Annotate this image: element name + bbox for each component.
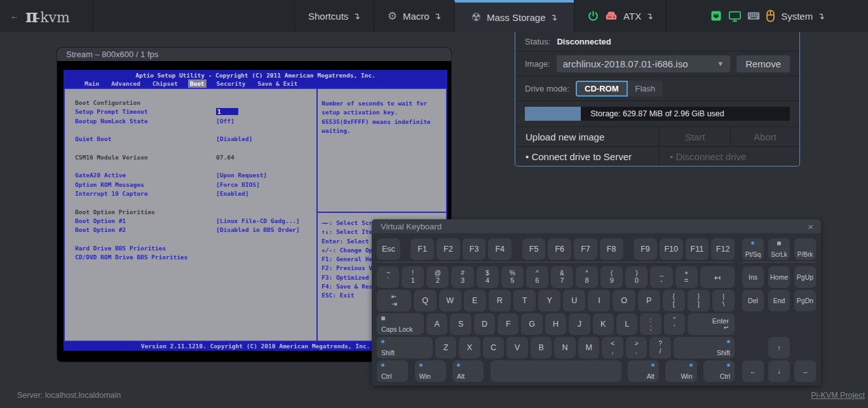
key-f3[interactable]: F3 [463,238,486,260]
nav-item-macro[interactable]: ⚙ Macro ↴ [374,0,454,32]
key-1[interactable]: !1 [402,266,424,288]
key-a[interactable]: A [426,313,447,335]
key-n[interactable]: N [554,337,576,358]
key-bracket-open[interactable]: {[ [663,290,685,311]
key-z[interactable]: Z [435,337,457,358]
upload-new-image-button[interactable]: Upload new image [515,127,659,146]
key-period[interactable]: >. [626,337,648,358]
key-f4[interactable]: F4 [488,238,512,260]
key-f9[interactable]: F9 [634,238,657,260]
key-5[interactable]: %5 [501,266,524,288]
key-y[interactable]: Y [538,290,560,311]
key-f5[interactable]: F5 [522,238,546,260]
mode-cdrom-button[interactable]: CD-ROM [576,81,627,97]
mode-flash-button[interactable]: Flash [628,81,663,97]
key-4[interactable]: $4 [477,266,499,288]
key-backslash[interactable]: |\ [712,290,735,311]
key-print-screen[interactable]: Pt/Sq [742,238,764,260]
key-insert[interactable]: Ins [742,266,764,288]
key-slash[interactable]: ?/ [649,337,671,358]
key-quote[interactable]: "' [664,313,685,335]
connect-drive-button[interactable]: • Connect drive to Server [515,147,659,166]
key-enter[interactable]: Enter↵ [688,313,735,335]
key-p[interactable]: P [638,290,660,311]
key-backquote[interactable]: ~` [377,266,399,288]
key-f10[interactable]: F10 [660,238,683,260]
key-comma[interactable]: <, [602,337,623,358]
disconnect-drive-button[interactable]: • Disconnect drive [659,147,799,166]
key-v[interactable]: V [506,337,528,358]
key-6[interactable]: ^6 [526,266,548,288]
key-shift-right[interactable]: Shift [674,337,735,358]
key-r[interactable]: R [489,290,511,311]
key-e[interactable]: E [464,290,486,311]
key-page-down[interactable]: PgDn [794,290,816,311]
key-alt-right[interactable]: Alt [628,360,659,382]
key-win-left[interactable]: Win [415,360,446,382]
key-arrow-down[interactable]: ↓ [768,360,790,382]
pikvm-project-link[interactable]: Pi-KVM Project [811,391,865,400]
key-pause-break[interactable]: P/Brk [794,238,816,260]
key-f12[interactable]: F12 [711,238,735,260]
key-8[interactable]: *8 [576,266,598,288]
key-esc[interactable]: Esc [377,238,400,260]
key-bracket-close[interactable]: }] [688,290,710,311]
image-select[interactable]: archlinux-2018.07.01-i686.iso ▼ [557,55,730,72]
key-win-right[interactable]: Win [665,360,696,382]
key-u[interactable]: U [563,290,585,311]
key-k[interactable]: K [593,313,614,335]
nav-item-mass-storage[interactable]: ☢ Mass Storage ↴ [454,0,574,32]
key-semicolon[interactable]: :; [640,313,661,335]
nav-item-shortcuts[interactable]: Shortcuts ↴ [294,0,374,32]
key-3[interactable]: #3 [451,266,473,288]
key-g[interactable]: G [521,313,542,335]
key-w[interactable]: W [439,290,461,311]
remove-button[interactable]: Remove [736,55,790,72]
key-alt-left[interactable]: Alt [452,360,484,382]
key-tab[interactable]: ⇤⇥ [377,290,411,311]
key-b[interactable]: B [531,337,552,358]
key-x[interactable]: X [459,337,480,358]
key-f2[interactable]: F2 [437,238,460,260]
start-button[interactable]: Start [659,127,730,146]
key-d[interactable]: D [474,313,495,335]
key-f6[interactable]: F6 [548,238,571,260]
key-f1[interactable]: F1 [410,238,434,260]
key-2[interactable]: @2 [426,266,449,288]
key-9[interactable]: (9 [600,266,623,288]
key-shift-left[interactable]: Shift [377,337,433,358]
key-c[interactable]: C [483,337,505,358]
keyboard-title-bar[interactable]: Virtual Keyboard × [372,219,821,233]
nav-item-system[interactable]: System ↴ [666,0,868,32]
abort-button[interactable]: Abort [730,127,799,146]
key-t[interactable]: T [513,290,536,311]
key-f[interactable]: F [498,313,519,335]
key-ctrl-right[interactable]: Ctrl [703,360,735,382]
key-page-up[interactable]: PgUp [794,266,816,288]
key-l[interactable]: L [616,313,637,335]
key-f7[interactable]: F7 [574,238,597,260]
key-q[interactable]: Q [414,290,436,311]
key-h[interactable]: H [545,313,566,335]
key-i[interactable]: I [588,290,610,311]
key-caps-lock[interactable]: Caps Lock [377,313,424,335]
key-end[interactable]: End [768,290,790,311]
key-delete[interactable]: Del [742,290,764,311]
key-f8[interactable]: F8 [600,238,623,260]
back-arrow-icon[interactable]: ← [10,11,19,21]
key-ctrl-left[interactable]: Ctrl [377,360,408,382]
key-space[interactable] [491,360,621,382]
key-arrow-up[interactable]: ↑ [768,337,790,358]
key-backspace[interactable]: ↤ [700,266,735,288]
key-minus[interactable]: _- [650,266,672,288]
nav-item-atx[interactable]: ATX ↴ [574,0,666,32]
key-s[interactable]: S [450,313,471,335]
close-icon[interactable]: × [808,222,813,231]
key-o[interactable]: O [613,290,635,311]
key-7[interactable]: &7 [551,266,573,288]
key-home[interactable]: Home [768,266,790,288]
key-0[interactable]: )0 [625,266,648,288]
key-scroll-lock[interactable]: ScrLk [768,238,790,260]
key-arrow-left[interactable]: ← [742,360,764,382]
key-j[interactable]: J [569,313,590,335]
